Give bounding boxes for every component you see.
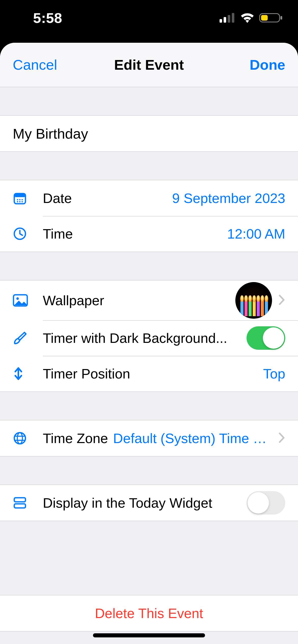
status-bar: 5:58	[0, 0, 298, 36]
svg-point-9	[17, 199, 18, 200]
chevron-right-icon	[279, 432, 285, 444]
timer-position-value: Top	[263, 366, 285, 382]
sheet-navbar: Cancel Edit Event Done	[0, 43, 298, 87]
paintbrush-icon	[13, 331, 27, 345]
svg-rect-0	[220, 19, 222, 23]
today-widget-toggle[interactable]	[247, 491, 285, 515]
done-button[interactable]: Done	[250, 57, 285, 73]
svg-rect-2	[228, 15, 230, 23]
svg-rect-5	[261, 15, 268, 21]
clock-icon	[13, 227, 27, 241]
svg-point-18	[14, 433, 25, 444]
home-indicator	[93, 633, 205, 637]
calendar-icon	[13, 191, 27, 205]
wallpaper-label: Wallpaper	[43, 292, 104, 308]
title-section	[0, 115, 298, 152]
svg-point-13	[19, 201, 20, 202]
timezone-value: Default (System) Time Z...	[113, 430, 272, 446]
svg-point-17	[16, 297, 19, 300]
event-title-input[interactable]	[13, 125, 285, 142]
status-indicators	[220, 13, 283, 23]
delete-event-label: Delete This Event	[13, 605, 285, 621]
dark-background-toggle[interactable]	[247, 326, 285, 350]
date-value: 9 September 2023	[172, 190, 285, 206]
svg-rect-21	[14, 504, 25, 508]
time-row[interactable]: Time 12:00 AM	[0, 216, 298, 252]
wifi-icon	[240, 13, 255, 23]
svg-point-11	[21, 199, 23, 200]
edit-event-sheet: Cancel Edit Event Done Date 9	[0, 43, 298, 644]
timer-position-row[interactable]: Timer Position Top	[0, 356, 298, 391]
battery-icon	[259, 13, 283, 23]
picture-icon	[13, 294, 28, 307]
globe-icon	[13, 431, 27, 445]
svg-point-19	[17, 433, 22, 444]
dark-background-row: Timer with Dark Background...	[0, 320, 298, 356]
cellular-icon	[220, 13, 235, 23]
wallpaper-row[interactable]: Wallpaper	[0, 281, 298, 320]
delete-section: Delete This Event	[0, 595, 298, 632]
delete-event-button[interactable]: Delete This Event	[0, 595, 298, 631]
status-time: 5:58	[33, 10, 62, 26]
datetime-section: Date 9 September 2023 Time 12:00 AM	[0, 180, 298, 252]
svg-rect-1	[224, 17, 226, 23]
today-widget-label: Display in the Today Widget	[43, 495, 212, 511]
sheet-title: Edit Event	[79, 56, 219, 73]
today-widget-row: Display in the Today Widget	[0, 485, 298, 521]
svg-point-12	[17, 201, 18, 202]
svg-rect-8	[14, 194, 25, 197]
svg-point-14	[21, 201, 23, 202]
timezone-row[interactable]: Time Zone Default (System) Time Z...	[0, 420, 298, 456]
widget-icon	[13, 496, 27, 510]
chevron-right-icon	[279, 295, 285, 306]
date-label: Date	[43, 190, 72, 206]
svg-point-10	[19, 199, 20, 200]
timer-position-label: Timer Position	[43, 366, 130, 382]
wallpaper-thumbnail	[235, 282, 272, 319]
widget-section: Display in the Today Widget	[0, 485, 298, 521]
cancel-button[interactable]: Cancel	[13, 57, 57, 73]
svg-rect-3	[232, 13, 234, 23]
timezone-label: Time Zone	[43, 430, 108, 446]
dark-background-label: Timer with Dark Background...	[43, 330, 227, 346]
appearance-section: Wallpaper Timer with D	[0, 280, 298, 392]
svg-rect-20	[14, 498, 25, 502]
date-row[interactable]: Date 9 September 2023	[0, 180, 298, 216]
time-label: Time	[43, 226, 73, 242]
svg-rect-6	[280, 16, 282, 20]
time-value: 12:00 AM	[227, 226, 285, 242]
arrows-vertical-icon	[13, 367, 24, 381]
timezone-section: Time Zone Default (System) Time Z...	[0, 420, 298, 457]
